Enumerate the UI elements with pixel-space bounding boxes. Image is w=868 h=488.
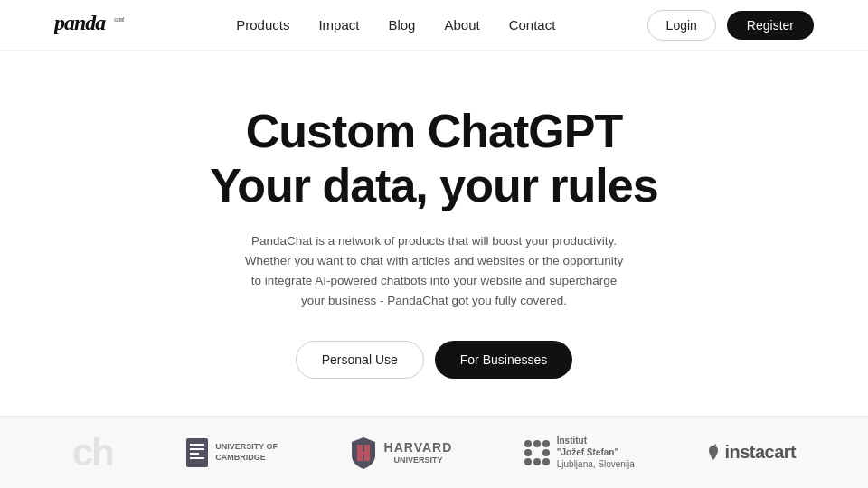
logos-strip: ch UNIVERSITY OF CAMBRIDGE HARVARD UNIVE… bbox=[0, 416, 868, 488]
logo-jozef-stefan: Institut "Jožef Stefan" Ljubljana, Slove… bbox=[524, 435, 635, 470]
nav-item-about[interactable]: About bbox=[444, 17, 479, 33]
logo-icon: panda chat bbox=[54, 10, 145, 40]
svg-text:panda: panda bbox=[54, 11, 106, 34]
nav-item-contact[interactable]: Contact bbox=[509, 17, 556, 33]
nav-item-blog[interactable]: Blog bbox=[388, 17, 415, 33]
hero-title: Custom ChatGPT Your data, your rules bbox=[210, 105, 657, 213]
svg-text:chat: chat bbox=[114, 16, 125, 23]
logo-ch: ch bbox=[72, 431, 113, 474]
hero-buttons: Personal Use For Businesses bbox=[296, 341, 573, 379]
personal-use-button[interactable]: Personal Use bbox=[296, 341, 424, 379]
hero-subtitle: PandaChat is a network of products that … bbox=[240, 231, 628, 312]
nav-actions: Login Register bbox=[647, 10, 814, 41]
for-businesses-button[interactable]: For Businesses bbox=[435, 341, 572, 379]
svg-rect-3 bbox=[190, 444, 204, 446]
register-button[interactable]: Register bbox=[727, 11, 814, 40]
cambridge-shield-icon bbox=[184, 436, 210, 469]
login-button[interactable]: Login bbox=[647, 10, 716, 41]
nav-item-products[interactable]: Products bbox=[236, 17, 289, 33]
svg-rect-6 bbox=[190, 457, 204, 459]
logo-cambridge: UNIVERSITY OF CAMBRIDGE bbox=[184, 436, 278, 469]
svg-rect-5 bbox=[190, 453, 199, 455]
hero-section: Custom ChatGPT Your data, your rules Pan… bbox=[0, 51, 868, 415]
nav-item-impact[interactable]: Impact bbox=[318, 17, 359, 33]
logo-instacart: instacart bbox=[706, 442, 796, 463]
svg-rect-4 bbox=[190, 448, 204, 450]
svg-rect-9 bbox=[357, 452, 370, 455]
logo-harvard: HARVARD UNIVERSITY bbox=[350, 436, 453, 470]
navbar: panda chat Products Impact Blog About Co… bbox=[0, 0, 868, 51]
nav-links: Products Impact Blog About Contact bbox=[236, 17, 555, 33]
instacart-carrot-icon bbox=[706, 444, 721, 462]
harvard-shield-icon bbox=[350, 436, 377, 470]
logo[interactable]: panda chat bbox=[54, 10, 145, 40]
